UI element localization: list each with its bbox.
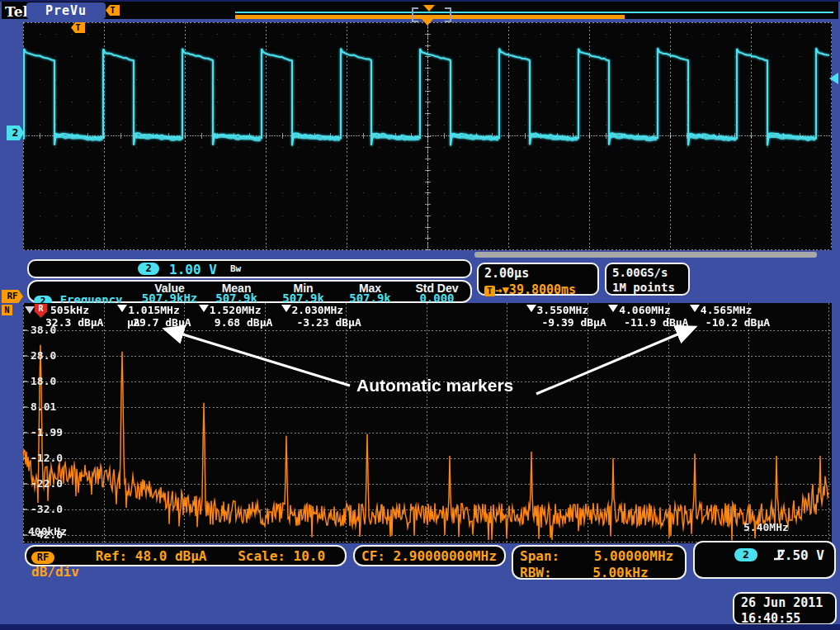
trigger-level-value: 2.50 V	[776, 547, 824, 563]
window-bracket-left-icon	[412, 7, 418, 22]
timebase-scale: 2.00µs	[484, 266, 592, 281]
acquisition-readout: 5.00GS/s 1M points	[605, 263, 690, 296]
rf-n-badge: N	[2, 305, 12, 315]
rbw-value: 5.00kHz	[592, 565, 648, 580]
bandwidth-limit-indicator: Bw	[230, 263, 241, 274]
measurement-table: Value Mean Min Max Std Dev 2 Frequency 5…	[27, 280, 472, 303]
trigger-time-marker-icon	[422, 19, 433, 26]
channel2-scale-readout: 2 1.00 V Bw	[27, 259, 472, 278]
annotation-arrows	[23, 303, 832, 543]
record-view-bar	[235, 7, 833, 21]
date-value: 26 Jun 2011	[741, 595, 828, 610]
channel2-ground-marker: 2	[7, 126, 24, 140]
datetime-readout: 26 Jun 2011 16:40:55	[733, 592, 837, 625]
span-rbw-readout: Span: 5.00000MHz RBW: 5.00kHz	[512, 545, 687, 580]
rf-badge: RF	[31, 552, 54, 564]
channel2-scale-value: 1.00 V	[169, 262, 217, 277]
time-domain-graticule	[23, 22, 832, 250]
rf-ref-level: Ref: 48.0 dBµA	[96, 548, 207, 564]
center-frequency-readout: CF: 2.90000000MHz	[353, 545, 506, 566]
trigger-channel-badge: 2	[734, 548, 757, 561]
rf-level-readout: RF Ref: 48.0 dBµA Scale: 10.0 dB/div	[25, 545, 347, 566]
trigger-position-value: 39.8000ms	[509, 282, 576, 297]
frame-edge-bottom	[0, 624, 840, 630]
horizontal-readout: 2.00µs T→▼39.8000ms	[477, 263, 599, 296]
trigger-position-marker-icon	[423, 5, 435, 12]
time-domain-plot	[23, 22, 832, 250]
sample-rate: 5.00GS/s	[612, 266, 682, 279]
waveform-preview-line	[235, 12, 833, 13]
domain-divider-bar	[474, 252, 817, 258]
rf-spectrum-graticule: R 505kHz 32.3 dBµA µA 1.015MHz29.7 dBµA1…	[23, 303, 832, 543]
trigger-arrow-icon: →▼	[495, 283, 509, 296]
window-bracket-right-icon	[445, 7, 451, 22]
right-edge-level-arrow-icon	[829, 73, 838, 84]
trigger-readout: 2 2.50 V	[693, 541, 836, 579]
cf-value: CF: 2.90000000MHz	[361, 548, 497, 564]
frame-edge-top	[0, 0, 840, 2]
rf-edge-badge: RF	[2, 290, 23, 303]
span-value: 5.00000MHz	[594, 548, 673, 564]
annotation-arrow-right	[536, 328, 693, 394]
annotation-arrow-left	[167, 329, 350, 386]
channel2-badge: 2	[138, 263, 159, 275]
oscilloscope-screen: Tek PreVu T T 2 2 1.00 V Bw Value Mean M…	[0, 0, 840, 630]
span-label: Span:	[520, 548, 559, 564]
trigger-t-icon: T	[106, 5, 120, 16]
top-status-bar: Tek PreVu T	[2, 2, 838, 19]
rbw-label: RBW:	[520, 565, 552, 580]
trigger-t-badge: T	[484, 286, 495, 296]
acquisition-mode-badge: PreVu	[26, 2, 106, 19]
record-length: 1M points	[612, 281, 682, 294]
